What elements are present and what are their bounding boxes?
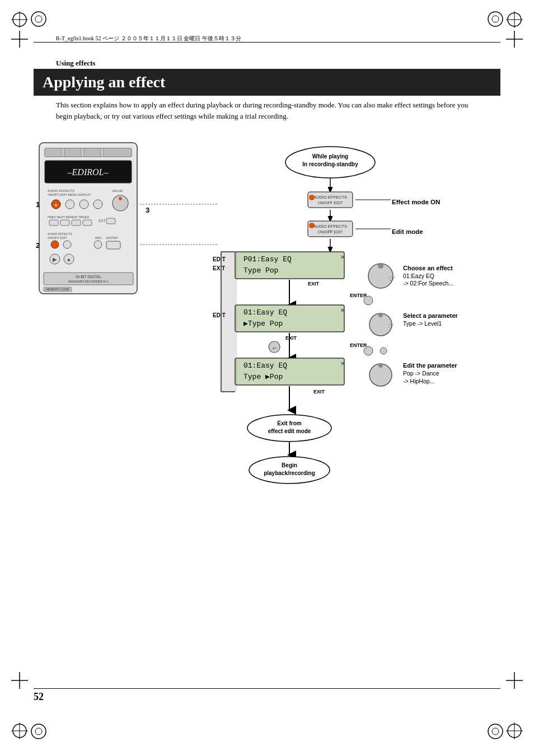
svg-point-21 (35, 16, 42, 22)
corner-circle-bl (31, 724, 46, 739)
svg-text:Pop -> Dance: Pop -> Dance (403, 370, 439, 377)
svg-text:☞: ☞ (327, 228, 334, 236)
svg-text:EXIT: EXIT (313, 389, 325, 395)
svg-point-109 (364, 296, 373, 305)
footer-divider (34, 688, 500, 689)
svg-text:01:Eazy EQ: 01:Eazy EQ (403, 273, 434, 279)
svg-text:EXT: EXT (99, 219, 106, 223)
svg-text:Effect mode ON: Effect mode ON (392, 199, 440, 205)
cross-mark-right-top (506, 31, 523, 48)
page-number: 52 (34, 691, 44, 703)
corner-circle-tl (31, 11, 46, 27)
svg-text:✕: ✕ (340, 360, 345, 367)
svg-point-125 (364, 346, 373, 355)
svg-point-26 (488, 724, 503, 739)
svg-rect-51 (83, 220, 92, 226)
svg-point-42 (93, 200, 102, 209)
svg-text:MEMORY CARD: MEMORY CARD (46, 288, 69, 291)
svg-text:1: 1 (36, 200, 40, 209)
cross-mark-right-bot (506, 672, 523, 689)
svg-text:Type -> Level1: Type -> Level1 (403, 320, 442, 327)
svg-point-133 (378, 363, 383, 368)
svg-text:EXIT: EXIT (308, 281, 320, 287)
svg-point-25 (35, 728, 42, 735)
svg-text:-> HipHop...: -> HipHop... (403, 378, 434, 384)
svg-text:2: 2 (36, 241, 40, 250)
svg-text:ENTER: ENTER (106, 236, 118, 240)
svg-text:Type      ▶Pop: Type ▶Pop (243, 373, 283, 381)
svg-text:–EDIROL–: –EDIROL– (67, 167, 109, 177)
svg-point-44 (119, 197, 122, 200)
main-diagram: –EDIROL– AUDIO EFFECTS ON/OFF EDIT MENU … (34, 132, 498, 590)
svg-text:Edit mode: Edit mode (392, 228, 423, 235)
svg-text:▶: ▶ (53, 256, 57, 262)
svg-text:▶Type       Pop: ▶Type Pop (243, 320, 283, 328)
cross-mark-left-bot (11, 672, 28, 689)
svg-text:01:Easy EQ: 01:Easy EQ (243, 308, 287, 317)
svg-text:AUDIO EFFECTS: AUDIO EFFECTS (48, 232, 72, 236)
svg-text:24-BIT DIGITAL: 24-BIT DIGITAL (76, 275, 101, 279)
svg-point-41 (79, 200, 88, 209)
svg-text:ON/OFF  EDIT: ON/OFF EDIT (48, 236, 67, 240)
svg-text:ON/OFF  EDIT: ON/OFF EDIT (318, 201, 343, 205)
svg-text:WAVE/MP3 RECORDER R-1: WAVE/MP3 RECORDER R-1 (68, 280, 109, 283)
corner-circle-br (488, 724, 503, 739)
svg-text:playback/recording: playback/recording (264, 470, 315, 476)
header-text: R-T_egfis1.book 52 ページ ２００５年１１月１１日 金曜日 午… (56, 35, 241, 43)
svg-text:☞: ☞ (388, 274, 396, 283)
svg-point-22 (488, 12, 503, 26)
svg-point-57 (63, 241, 71, 248)
svg-rect-30 (45, 148, 62, 157)
svg-rect-32 (84, 148, 101, 157)
svg-text:In recording-standby: In recording-standby (302, 161, 358, 167)
svg-text:Exit from: Exit from (277, 420, 301, 426)
svg-text:P01:Easy EQ: P01:Easy EQ (243, 255, 292, 264)
svg-text:ENTER: ENTER (350, 342, 367, 348)
svg-text:3: 3 (146, 206, 149, 214)
svg-rect-49 (60, 220, 69, 226)
svg-text:↩: ↩ (273, 346, 277, 351)
svg-text:Edit the parameter: Edit the parameter (403, 362, 457, 369)
body-text: This section explains how to apply an ef… (56, 100, 478, 121)
page-title: Applying an effect (43, 73, 491, 91)
svg-text:Begin: Begin (282, 462, 297, 468)
svg-point-126 (380, 348, 387, 354)
svg-text:■: ■ (68, 257, 71, 262)
svg-text:Select a parameter: Select a parameter (403, 312, 458, 319)
svg-point-27 (492, 728, 499, 735)
svg-rect-48 (49, 220, 58, 226)
corner-circle-tr (488, 11, 503, 27)
svg-text:While playing: While playing (312, 153, 348, 159)
svg-text:-> 02:For Speech...: -> 02:For Speech... (403, 280, 453, 287)
svg-rect-53 (106, 218, 115, 224)
svg-point-20 (31, 12, 46, 26)
svg-text:✕: ✕ (340, 307, 345, 313)
svg-point-59 (94, 241, 102, 248)
svg-text:effect edit mode: effect edit mode (268, 428, 311, 434)
svg-rect-50 (72, 220, 81, 226)
svg-point-120 (378, 313, 383, 317)
svg-text:☞: ☞ (388, 322, 395, 330)
reg-mark-tl (11, 11, 28, 28)
svg-text:AUDIO EFFECTS: AUDIO EFFECTS (48, 189, 74, 192)
svg-point-40 (65, 200, 74, 209)
svg-point-24 (31, 724, 46, 739)
svg-text:Type        Pop: Type Pop (243, 266, 278, 275)
svg-text:ENTER: ENTER (350, 293, 367, 298)
svg-point-90 (309, 223, 315, 228)
svg-rect-31 (64, 148, 81, 157)
svg-point-103 (378, 263, 383, 269)
reg-mark-bl (11, 722, 28, 739)
svg-text:●: ● (55, 203, 58, 208)
svg-rect-33 (104, 148, 132, 157)
svg-point-56 (51, 241, 59, 248)
svg-text:ON/OFF  EDIT  MENU  DISPLAY: ON/OFF EDIT MENU DISPLAY (48, 193, 91, 196)
svg-text:EXIT: EXIT (285, 335, 297, 341)
svg-text:VALUE: VALUE (112, 189, 123, 192)
reg-mark-br (506, 722, 523, 739)
svg-point-23 (492, 16, 499, 22)
svg-rect-61 (106, 241, 120, 249)
cross-mark-left-top (11, 31, 28, 48)
reg-mark-tr (506, 11, 523, 28)
svg-text:✕: ✕ (340, 254, 345, 260)
